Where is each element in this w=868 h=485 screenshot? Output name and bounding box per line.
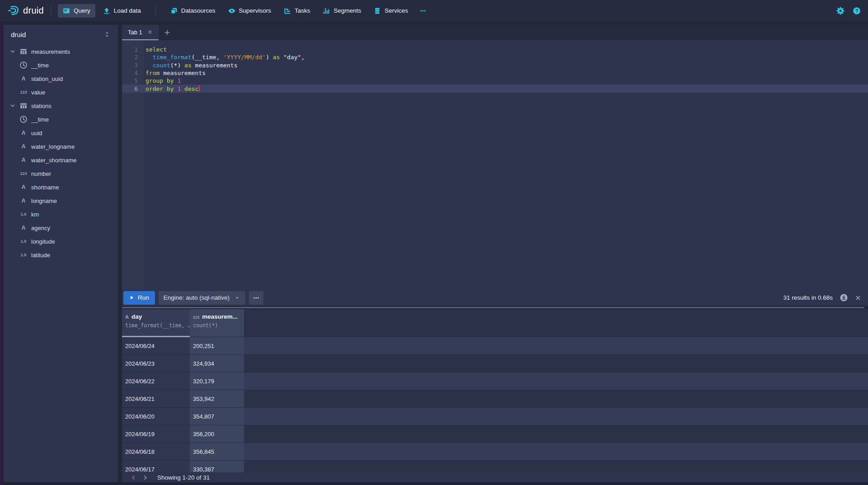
- table-row[interactable]: 2024/06/20354,807: [122, 408, 868, 425]
- sidebar-item-uuid[interactable]: Auuid: [4, 126, 118, 140]
- sidebar-item-water-longname[interactable]: Awater_longname: [4, 140, 118, 153]
- code-line-3[interactable]: 3 count(*) as measurements: [122, 61, 868, 69]
- sidebar-item-label: km: [31, 211, 39, 218]
- cell-measurements[interactable]: 356,200: [190, 425, 244, 443]
- navbar-separator: [51, 6, 51, 15]
- chevron-down-icon[interactable]: [9, 103, 16, 109]
- cell-day[interactable]: 2024/06/23: [122, 355, 190, 372]
- nav-item-load-data[interactable]: Load data: [98, 4, 146, 18]
- sidebar-item-stations[interactable]: stations: [4, 99, 118, 113]
- results-panel: A day time_format(__time, … 123 measurem…: [122, 309, 868, 482]
- nav-item-supervisors[interactable]: Supervisors: [223, 4, 276, 18]
- column-header-measurements[interactable]: 123 measurem... count(*): [190, 309, 244, 337]
- cell-measurements[interactable]: 320,179: [190, 372, 244, 390]
- editor-code: 1select2 time_format(__time, 'YYYY/MM/dd…: [122, 40, 868, 289]
- nav-item-tasks[interactable]: Tasks: [279, 4, 315, 18]
- sidebar-item-longitude[interactable]: 1.0longitude: [4, 235, 118, 248]
- engine-select[interactable]: Engine: auto (sql-native): [159, 291, 245, 305]
- text-cursor: [199, 85, 200, 92]
- close-results-icon[interactable]: [855, 295, 861, 301]
- nav-item-segments[interactable]: Segments: [318, 4, 366, 18]
- cell-day[interactable]: 2024/06/18: [122, 443, 190, 461]
- code-line-1[interactable]: 1select: [122, 46, 868, 53]
- code-text: order by 1 desc: [144, 85, 200, 92]
- schema-tree: measurements__timeAstation_uuid123values…: [4, 44, 118, 262]
- cell-measurements[interactable]: 356,845: [190, 443, 244, 461]
- sidebar-item-shortname[interactable]: Ashortname: [4, 180, 118, 194]
- table-row[interactable]: 2024/06/24200,251: [122, 337, 868, 355]
- cell-day[interactable]: 2024/06/17: [122, 461, 190, 472]
- code-text: time_format(__time, 'YYYY/MM/dd') as "da…: [144, 54, 305, 61]
- column-header-day[interactable]: A day time_format(__time, …: [122, 309, 190, 337]
- chevron-down-icon[interactable]: [9, 48, 16, 55]
- row-filler: [244, 425, 868, 443]
- cell-measurements[interactable]: 354,807: [190, 408, 244, 425]
- number-type-icon: 123: [193, 315, 199, 320]
- add-tab-button[interactable]: [159, 25, 176, 40]
- download-icon[interactable]: [840, 293, 848, 302]
- schema-name: druid: [11, 31, 26, 38]
- tab-label: Tab 1: [128, 29, 142, 36]
- horizontal-scrollbar-track[interactable]: [4, 482, 868, 485]
- druid-console: druid QueryLoad dataDatasourcesSuperviso…: [0, 0, 868, 485]
- double-caret-vertical-icon[interactable]: [103, 31, 111, 38]
- sidebar-item-agency[interactable]: Aagency: [4, 221, 118, 235]
- cell-day[interactable]: 2024/06/21: [122, 390, 190, 408]
- sidebar-item-label: number: [31, 170, 51, 177]
- nav-item-datasources[interactable]: Datasources: [165, 4, 221, 18]
- nav-item-label: Services: [385, 7, 408, 14]
- brand-name: druid: [23, 5, 44, 16]
- table-row[interactable]: 2024/06/18356,845: [122, 443, 868, 461]
- resize-handle[interactable]: [122, 306, 868, 309]
- table-row[interactable]: 2024/06/23324,934: [122, 355, 868, 372]
- resize-grip: [122, 307, 864, 308]
- sidebar-item-km[interactable]: 1.0km: [4, 207, 118, 221]
- line-number: 6: [122, 85, 144, 92]
- next-page-button[interactable]: [139, 473, 151, 482]
- code-line-5[interactable]: 5group by 1: [122, 77, 868, 85]
- code-line-6[interactable]: 6order by 1 desc: [122, 85, 868, 92]
- gear-icon[interactable]: [836, 7, 845, 15]
- line-number: 1: [122, 46, 144, 53]
- sidebar-item-latitude[interactable]: 1.0latitude: [4, 248, 118, 262]
- sidebar-item-label: __time: [31, 116, 49, 123]
- help-icon[interactable]: ?: [853, 7, 861, 15]
- table-row[interactable]: 2024/06/19356,200: [122, 425, 868, 443]
- table-row[interactable]: 2024/06/22320,179: [122, 372, 868, 390]
- code-line-2[interactable]: 2 time_format(__time, 'YYYY/MM/dd') as "…: [122, 53, 868, 61]
- cell-day[interactable]: 2024/06/24: [122, 337, 190, 355]
- cell-day[interactable]: 2024/06/20: [122, 408, 190, 425]
- table-row[interactable]: 2024/06/17330,387: [122, 461, 868, 472]
- sidebar-item-value[interactable]: 123value: [4, 85, 118, 99]
- cell-measurements[interactable]: 353,942: [190, 390, 244, 408]
- sidebar-item-time[interactable]: __time: [4, 58, 118, 72]
- sidebar-item-measurements[interactable]: measurements: [4, 45, 118, 58]
- code-line-4[interactable]: 4from measurements: [122, 69, 868, 77]
- previous-page-button[interactable]: [127, 473, 139, 482]
- table-row[interactable]: 2024/06/21353,942: [122, 390, 868, 408]
- cell-measurements[interactable]: 330,387: [190, 461, 244, 472]
- cell-measurements[interactable]: 200,251: [190, 337, 244, 355]
- row-filler: [244, 372, 868, 390]
- query-more-button[interactable]: [249, 291, 263, 305]
- sidebar-item-label: water_shortname: [31, 157, 76, 164]
- sidebar-item-time[interactable]: __time: [4, 113, 118, 126]
- sidebar-item-number[interactable]: 123number: [4, 167, 118, 180]
- code-text: select: [144, 46, 167, 53]
- tab-bar: Tab 1: [122, 25, 868, 40]
- sidebar-item-longname[interactable]: Alongname: [4, 194, 118, 207]
- cell-measurements[interactable]: 324,934: [190, 355, 244, 372]
- tab-1[interactable]: Tab 1: [122, 25, 159, 40]
- nav-item-query[interactable]: Query: [58, 4, 95, 18]
- cell-day[interactable]: 2024/06/22: [122, 372, 190, 390]
- eye-icon: [228, 7, 235, 14]
- nav-item-services[interactable]: Services: [369, 4, 413, 18]
- run-button[interactable]: Run: [123, 291, 155, 305]
- nav-more-button[interactable]: [416, 4, 430, 18]
- cell-day[interactable]: 2024/06/19: [122, 425, 190, 443]
- sql-editor[interactable]: 1select2 time_format(__time, 'YYYY/MM/dd…: [122, 40, 868, 289]
- sidebar-item-water-shortname[interactable]: Awater_shortname: [4, 153, 118, 167]
- sidebar-item-station-uuid[interactable]: Astation_uuid: [4, 72, 118, 85]
- close-icon[interactable]: [147, 29, 153, 35]
- results-footer: Showing 1-20 of 31: [122, 472, 868, 482]
